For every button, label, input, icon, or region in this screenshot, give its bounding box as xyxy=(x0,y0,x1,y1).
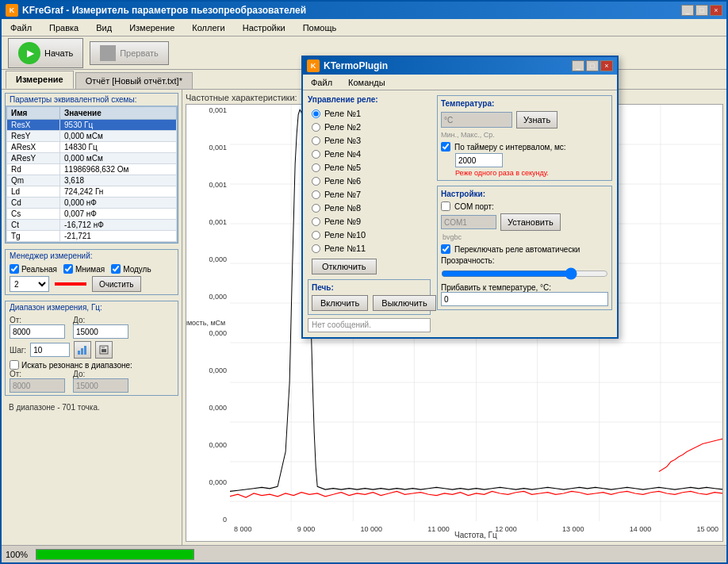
svg-rect-4 xyxy=(102,349,106,352)
transparency-slider[interactable] xyxy=(441,267,608,281)
minimize-button[interactable]: _ xyxy=(681,5,694,16)
oven-buttons: Включить Выключить xyxy=(312,295,427,311)
table-row[interactable]: Tg-21,721 xyxy=(7,231,177,242)
popup-maximize[interactable]: □ xyxy=(586,60,599,71)
to-label: До: xyxy=(73,316,128,324)
relay-option-2[interactable]: Реле №2 xyxy=(308,121,431,133)
params-scroll[interactable]: Имя Значение ResX9530 ГцResY0,000 мСмARe… xyxy=(6,106,178,243)
table-row[interactable]: AResY0,000 мСм xyxy=(7,153,177,164)
clear-button[interactable]: Очистить xyxy=(92,276,141,292)
table-row[interactable]: ResX9530 Гц xyxy=(7,120,177,131)
table-row[interactable]: Rd11986968,632 Ом xyxy=(7,164,177,175)
table-row[interactable]: Ct-16,712 нФ xyxy=(7,220,177,231)
menu-measure[interactable]: Измерение xyxy=(125,21,179,34)
set-button[interactable]: Установить xyxy=(500,213,561,231)
messages-box: Нет сообщений. xyxy=(308,318,431,332)
check-module[interactable] xyxy=(111,264,121,274)
menu-edit[interactable]: Правка xyxy=(44,21,83,34)
menu-settings[interactable]: Настройки xyxy=(238,21,290,34)
oven-off-button[interactable]: Выключить xyxy=(373,295,435,311)
relay-option-9[interactable]: Реле №9 xyxy=(308,215,431,228)
relay-option-10[interactable]: Реле №10 xyxy=(308,228,431,241)
menu-view[interactable]: Вид xyxy=(91,21,117,34)
tab-report[interactable]: Отчёт [Новый отчёт.txt]* xyxy=(75,72,193,89)
check-real[interactable] xyxy=(10,264,19,274)
radio-relay-7[interactable] xyxy=(312,190,320,199)
radio-relay-6[interactable] xyxy=(312,177,320,186)
table-row[interactable]: Cs0,007 нФ xyxy=(7,209,177,220)
from-input[interactable] xyxy=(10,324,65,339)
table-row[interactable]: Qm3,618 xyxy=(7,175,177,186)
relay-option-8[interactable]: Реле №8 xyxy=(308,201,431,214)
kTermo-popup: K KTermoPlugin _ □ × Файл Команды Управл… xyxy=(301,56,619,339)
com-port-row: COM порт: xyxy=(441,201,608,211)
check-resonance[interactable] xyxy=(10,360,19,370)
com-port-checkbox[interactable] xyxy=(441,201,450,211)
step-btn-1[interactable] xyxy=(74,341,91,359)
checkbox-row: Реальная Мнимая Модуль xyxy=(10,264,174,274)
timer-checkbox[interactable] xyxy=(441,142,450,152)
temp-input[interactable] xyxy=(441,112,512,128)
radio-relay-11[interactable] xyxy=(312,244,320,253)
svg-rect-2 xyxy=(84,346,86,355)
popup-minimize[interactable]: _ xyxy=(572,60,584,71)
radio-relay-8[interactable] xyxy=(312,204,320,213)
oven-section: Печь: Включить Выключить xyxy=(308,279,431,315)
oven-title: Печь: xyxy=(312,283,427,292)
maximize-button[interactable]: □ xyxy=(695,5,708,16)
to-input[interactable] xyxy=(73,324,128,339)
add-temp-input[interactable] xyxy=(441,292,608,306)
timer-checkbox-label: По таймеру с интервалом, мс: xyxy=(441,142,608,152)
zoom-label: 100% xyxy=(6,550,28,559)
table-row[interactable]: ResY0,000 мСм xyxy=(7,131,177,142)
step-btn-2[interactable] xyxy=(95,341,113,359)
popup-menu-commands[interactable]: Команды xyxy=(344,77,389,88)
res-from-group: От: xyxy=(10,370,65,393)
table-row[interactable]: Ld724,242 Гн xyxy=(7,186,177,198)
svg-rect-1 xyxy=(81,348,83,355)
tab-measure[interactable]: Измерение xyxy=(6,71,74,89)
get-temp-button[interactable]: Узнать xyxy=(516,111,557,129)
auto-relay-row: Переключать реле автоматически xyxy=(441,244,608,254)
titlebar-left: K KFreGraf - Измеритель параметров пьезо… xyxy=(6,4,306,17)
relay-option-7[interactable]: Реле №7 xyxy=(308,188,431,201)
radio-relay-4[interactable] xyxy=(312,150,320,159)
table-row[interactable]: Cd0,000 нФ xyxy=(7,198,177,209)
relay-option-11[interactable]: Реле №11 xyxy=(308,242,431,255)
oven-on-button[interactable]: Включить xyxy=(312,295,368,311)
menu-colleagues[interactable]: Коллеги xyxy=(187,21,229,34)
res-from-input xyxy=(10,378,65,393)
app-icon: K xyxy=(6,4,18,17)
menu-help[interactable]: Помощь xyxy=(298,21,342,34)
radio-relay-2[interactable] xyxy=(312,123,320,132)
auto-relay-checkbox[interactable] xyxy=(441,244,450,254)
checkbox-module: Модуль xyxy=(111,264,151,274)
radio-relay-10[interactable] xyxy=(312,231,320,240)
relay-option-1[interactable]: Реле №1 xyxy=(308,107,431,120)
disconnect-button[interactable]: Отключить xyxy=(312,259,377,274)
combo-select[interactable]: 2 xyxy=(10,276,49,292)
radio-relay-3[interactable] xyxy=(312,136,320,145)
popup-close[interactable]: × xyxy=(600,60,613,71)
radio-relay-9[interactable] xyxy=(312,217,320,226)
step-input[interactable] xyxy=(30,343,70,357)
relay-option-3[interactable]: Реле №3 xyxy=(308,134,431,147)
start-button[interactable]: Начать xyxy=(8,38,83,68)
svg-rect-0 xyxy=(78,351,80,355)
popup-menu-file[interactable]: Файл xyxy=(307,77,336,88)
progress-bar xyxy=(36,549,194,560)
relay-option-4[interactable]: Реле №4 xyxy=(308,148,431,160)
popup-buttons: _ □ × xyxy=(572,60,613,71)
menu-file[interactable]: Файл xyxy=(6,21,36,34)
stop-button[interactable]: Прервать xyxy=(90,41,169,65)
check-imaginary[interactable] xyxy=(63,264,73,274)
radio-relay-1[interactable] xyxy=(312,109,320,118)
relay-option-6[interactable]: Реле №6 xyxy=(308,175,431,187)
temp-row: Узнать xyxy=(441,111,608,129)
timer-note: Реже одного раза в секунду. xyxy=(455,169,608,177)
close-button[interactable]: × xyxy=(710,5,722,16)
relay-option-5[interactable]: Реле №5 xyxy=(308,161,431,174)
timer-input[interactable] xyxy=(455,153,503,167)
radio-relay-5[interactable] xyxy=(312,163,320,172)
table-row[interactable]: AResX14830 Гц xyxy=(7,142,177,153)
